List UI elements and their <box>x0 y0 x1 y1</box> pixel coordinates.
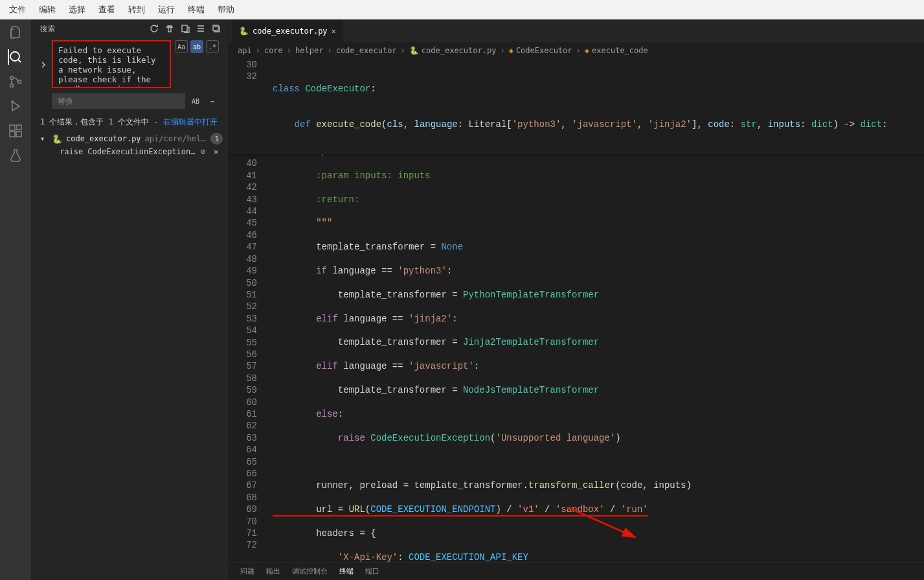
results-summary: 1 个结果，包含于 1 个文件中 - 在编辑器中打开 <box>31 113 228 132</box>
menu-run[interactable]: 运行 <box>152 1 181 18</box>
editor-group: 🐍 code_executor.py ✕ api› core› helper› … <box>229 19 924 580</box>
result-count-badge: 1 <box>210 133 223 145</box>
svg-rect-7 <box>16 132 21 137</box>
toggle-replace-icon[interactable] <box>40 40 48 88</box>
panel-tab-3[interactable]: 终端 <box>339 563 354 581</box>
panel-tab-bar: 问题输出调试控制台终端端口 <box>229 562 924 580</box>
search-icon[interactable] <box>8 49 23 65</box>
result-file-name: code_executor.py <box>66 134 141 143</box>
refresh-icon[interactable] <box>149 23 159 34</box>
toggle-search-details-icon[interactable]: ⋯ <box>206 95 219 108</box>
svg-rect-10 <box>213 25 218 30</box>
tab-code-executor[interactable]: 🐍 code_executor.py ✕ <box>232 19 343 42</box>
result-file-path: api/core/helper/code... <box>145 134 207 143</box>
result-file-row[interactable]: ▾ 🐍 code_executor.py api/core/helper/cod… <box>31 132 228 146</box>
search-sidebar: 搜索 Failed to execute code, this is likel… <box>31 19 229 580</box>
breadcrumb[interactable]: api› core› helper› code_executor› 🐍code_… <box>229 42 924 59</box>
replace-input[interactable] <box>52 93 185 109</box>
svg-point-1 <box>10 76 14 80</box>
menu-go[interactable]: 转到 <box>122 1 152 18</box>
chevron-down-icon: ▾ <box>40 134 48 143</box>
preserve-case-toggle[interactable]: AB <box>189 95 202 108</box>
svg-point-4 <box>12 101 13 102</box>
menu-help[interactable]: 帮助 <box>211 1 241 18</box>
dismiss-icon[interactable]: ⊘ <box>201 147 210 156</box>
method-symbol-icon: ◈ <box>585 46 589 55</box>
view-as-tree-icon[interactable] <box>196 23 206 34</box>
panel-tab-1[interactable]: 输出 <box>266 563 280 580</box>
match-case-toggle[interactable]: Aa <box>175 40 188 53</box>
python-file-icon: 🐍 <box>52 134 62 144</box>
testing-icon[interactable] <box>8 148 23 163</box>
clear-search-icon[interactable] <box>164 23 175 34</box>
extensions-icon[interactable] <box>8 123 23 139</box>
menu-view[interactable]: 查看 <box>92 1 122 18</box>
panel-tab-4[interactable]: 端口 <box>365 563 379 580</box>
activity-bar <box>0 19 31 580</box>
svg-rect-8 <box>17 125 21 130</box>
result-match-row[interactable]: raise CodeExecutionException('Fail... ⊘ … <box>31 146 228 157</box>
python-file-icon: 🐍 <box>409 46 419 55</box>
svg-line-11 <box>568 507 635 537</box>
menu-terminal[interactable]: 终端 <box>181 1 211 18</box>
svg-point-0 <box>10 52 19 61</box>
svg-rect-6 <box>10 132 15 137</box>
source-control-icon[interactable] <box>8 74 23 89</box>
menu-edit[interactable]: 编辑 <box>32 1 62 18</box>
code-editor[interactable]: 30 32 class CodeExecutor: def execute_co… <box>229 59 924 562</box>
sidebar-title: 搜索 <box>40 24 55 34</box>
close-icon[interactable]: ✕ <box>214 147 223 156</box>
panel-tab-2[interactable]: 调试控制台 <box>292 563 328 580</box>
svg-point-2 <box>10 84 14 87</box>
new-search-editor-icon[interactable] <box>180 23 190 34</box>
close-tab-icon[interactable]: ✕ <box>332 27 336 36</box>
menu-file[interactable]: 文件 <box>3 1 32 18</box>
menu-selection[interactable]: 选择 <box>62 1 92 18</box>
match-whole-word-toggle[interactable]: ab <box>190 40 203 53</box>
annotation-arrow <box>565 505 643 544</box>
svg-point-3 <box>18 80 21 84</box>
svg-rect-5 <box>10 125 15 130</box>
panel-tab-0[interactable]: 问题 <box>240 563 254 580</box>
search-input[interactable]: Failed to execute code, this is likely a… <box>52 40 171 88</box>
collapse-all-icon[interactable] <box>211 23 221 34</box>
use-regex-toggle[interactable]: .* <box>206 40 219 53</box>
editor-tabs: 🐍 code_executor.py ✕ <box>229 19 924 42</box>
python-file-icon: 🐍 <box>239 27 249 36</box>
menu-bar: 文件 编辑 选择 查看 转到 运行 终端 帮助 <box>0 0 924 19</box>
explorer-icon[interactable] <box>8 25 23 40</box>
tab-label: code_executor.py <box>253 27 328 36</box>
open-in-editor-link[interactable]: 在编辑器中打开 <box>163 117 218 126</box>
run-debug-icon[interactable] <box>8 99 23 114</box>
svg-rect-9 <box>182 25 187 32</box>
class-symbol-icon: ◈ <box>509 46 513 55</box>
